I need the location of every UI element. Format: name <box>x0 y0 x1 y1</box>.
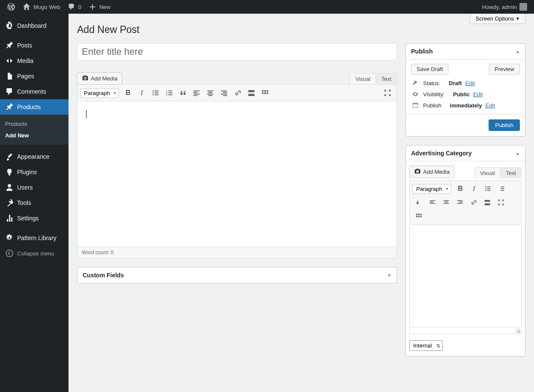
adv-bullet-list-button[interactable] <box>481 182 494 195</box>
adv-align-left-button[interactable] <box>426 196 439 209</box>
adv-add-media-label: Add Media <box>423 169 450 175</box>
svg-rect-39 <box>487 187 490 187</box>
adv-number-list-button[interactable] <box>495 182 508 195</box>
sidebar-label-appearance: Appearance <box>17 153 50 160</box>
status-row: Status: Draft Edit <box>411 80 520 86</box>
svg-rect-37 <box>416 103 417 104</box>
sidebar-label-users: Users <box>17 184 33 191</box>
bold-button[interactable]: B <box>122 86 134 99</box>
wp-logo[interactable] <box>3 0 19 14</box>
svg-rect-28 <box>262 90 264 92</box>
custom-fields-toggle[interactable]: Custom Fields ▼ <box>78 267 397 283</box>
sidebar-item-appearance[interactable]: Appearance <box>0 149 69 164</box>
account-item[interactable]: Howdy, admin <box>479 0 531 14</box>
edit-schedule-link[interactable]: Edit <box>485 102 495 109</box>
adv-link-button[interactable] <box>467 196 480 209</box>
link-button[interactable] <box>231 86 244 99</box>
visibility-row: Visibility: Public Edit <box>411 91 520 98</box>
sidebar-item-tools[interactable]: Tools <box>0 195 69 211</box>
brush-icon <box>5 152 14 161</box>
align-right-button[interactable] <box>218 86 230 99</box>
sidebar-item-users[interactable]: Users <box>0 180 69 195</box>
screen-options-button[interactable]: Screen Options ▼ <box>470 14 525 24</box>
readmore-button[interactable] <box>245 86 258 99</box>
italic-button[interactable]: I <box>135 86 148 99</box>
advertising-toggle[interactable]: Advertising Category ▲ <box>406 146 525 161</box>
adv-align-center-button[interactable] <box>440 196 453 209</box>
svg-rect-14 <box>194 92 197 93</box>
adv-editor-content[interactable] <box>409 225 522 327</box>
editor-content[interactable] <box>77 101 397 247</box>
adv-quote-button[interactable] <box>412 196 425 209</box>
adv-tab-text[interactable]: Text <box>500 167 522 178</box>
sidebar-item-comments[interactable]: Comments <box>0 84 69 99</box>
sidebar-item-pages[interactable]: Pages <box>0 68 69 84</box>
sidebar-item-settings[interactable]: Settings <box>0 211 69 226</box>
add-media-button[interactable]: Add Media <box>77 72 122 85</box>
adv-add-media-button[interactable]: Add Media <box>409 166 454 178</box>
svg-rect-19 <box>207 94 213 95</box>
sidebar-item-dashboard[interactable]: Dashboard <box>0 18 69 33</box>
svg-rect-56 <box>485 200 490 202</box>
preview-button[interactable]: Preview <box>489 64 520 74</box>
number-list-button[interactable]: 123 <box>163 86 176 99</box>
settings-icon <box>5 214 14 223</box>
svg-rect-44 <box>501 187 504 187</box>
svg-rect-54 <box>459 202 462 202</box>
sidebar-item-posts[interactable]: Posts <box>0 38 69 53</box>
resize-handle[interactable] <box>409 327 522 334</box>
sidebar-item-plugins[interactable]: Plugins <box>0 164 69 180</box>
category-select[interactable]: Internal <box>409 340 443 351</box>
comments-count: 0 <box>78 4 81 10</box>
svg-rect-10 <box>168 92 172 93</box>
svg-rect-60 <box>420 214 421 215</box>
svg-rect-27 <box>248 94 254 96</box>
adv-bold-button[interactable]: B <box>454 182 467 195</box>
edit-visibility-link[interactable]: Edit <box>473 91 483 98</box>
adv-align-right-button[interactable] <box>453 196 466 209</box>
new-item[interactable]: New <box>85 0 114 14</box>
svg-rect-62 <box>418 216 419 217</box>
bullet-list-button[interactable] <box>149 86 162 99</box>
adv-italic-button[interactable]: I <box>468 182 480 195</box>
adv-tab-visual[interactable]: Visual <box>474 167 500 178</box>
adv-toolbar-toggle-button[interactable] <box>412 210 425 223</box>
editor-toolbar: Paragraph B I 123 <box>77 84 397 101</box>
save-draft-button[interactable]: Save Draft <box>411 64 448 74</box>
adv-format-select[interactable]: Paragraph <box>412 184 451 194</box>
toolbar-toggle-button[interactable] <box>259 86 271 99</box>
sidebar-collapse[interactable]: Collapse menu <box>0 246 69 261</box>
chevron-up-icon: ▲ <box>516 151 520 156</box>
site-name-item[interactable]: Mugo Web <box>19 0 64 14</box>
tab-visual[interactable]: Visual <box>350 73 376 84</box>
sidebar-item-media[interactable]: Media <box>0 53 69 68</box>
page-icon <box>5 72 14 80</box>
post-title-input[interactable] <box>77 43 397 60</box>
adv-readmore-button[interactable] <box>481 196 494 209</box>
advertising-heading: Advertising Category <box>411 150 472 157</box>
svg-rect-17 <box>207 91 213 92</box>
submenu-add-new[interactable]: Add New <box>0 130 69 141</box>
comments-item[interactable]: 0 <box>64 0 85 14</box>
screen-options-label: Screen Options <box>475 15 514 22</box>
svg-rect-36 <box>414 103 415 104</box>
publish-toggle[interactable]: Publish ▲ <box>406 44 525 59</box>
svg-rect-23 <box>221 94 227 95</box>
sidebar-item-products[interactable]: Products <box>0 99 69 115</box>
format-select[interactable]: Paragraph <box>80 88 119 98</box>
align-left-button[interactable] <box>190 86 203 99</box>
svg-rect-21 <box>221 91 227 92</box>
sidebar-label-comments: Comments <box>17 88 46 95</box>
align-center-button[interactable] <box>204 86 217 99</box>
publish-button[interactable]: Publish <box>489 119 520 131</box>
fullscreen-button[interactable] <box>381 86 394 99</box>
adv-fullscreen-button[interactable] <box>495 196 507 209</box>
submenu-products[interactable]: Products <box>0 118 69 130</box>
tab-text[interactable]: Text <box>376 73 397 84</box>
svg-rect-2 <box>155 91 158 92</box>
quote-button[interactable] <box>176 86 189 99</box>
svg-point-0 <box>6 250 13 257</box>
edit-status-link[interactable]: Edit <box>465 80 474 86</box>
svg-rect-52 <box>444 203 449 204</box>
sidebar-item-pattern-library[interactable]: Pattern Library <box>0 230 69 246</box>
